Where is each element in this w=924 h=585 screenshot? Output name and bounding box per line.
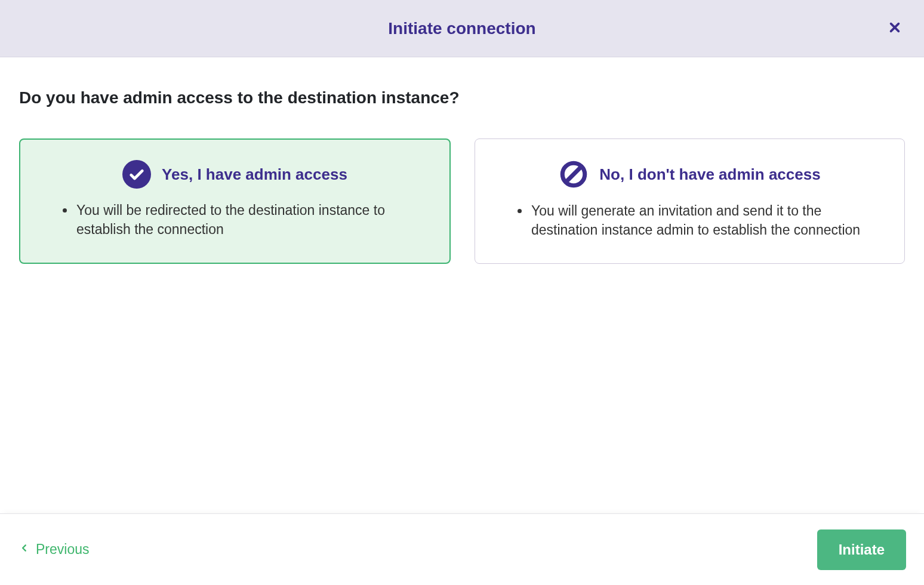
- option-yes-admin[interactable]: Yes, I have admin access You will be red…: [19, 138, 451, 264]
- admin-access-question: Do you have admin access to the destinat…: [19, 88, 905, 107]
- modal-title: Initiate connection: [388, 19, 535, 38]
- option-yes-description: You will be redirected to the destinatio…: [75, 201, 428, 239]
- modal-body: Do you have admin access to the destinat…: [0, 57, 924, 288]
- option-yes-title: Yes, I have admin access: [162, 165, 347, 184]
- option-yes-header: Yes, I have admin access: [42, 160, 428, 189]
- option-yes-description-list: You will be redirected to the destinatio…: [42, 201, 428, 239]
- check-circle-icon: [122, 160, 151, 189]
- option-no-description: You will generate an invitation and send…: [530, 201, 883, 239]
- previous-button[interactable]: Previous: [18, 537, 91, 563]
- modal-footer: Previous Initiate: [0, 513, 924, 585]
- option-no-admin[interactable]: No, I don't have admin access You will g…: [475, 138, 905, 264]
- close-icon: [888, 19, 901, 38]
- svg-line-3: [566, 167, 581, 182]
- option-no-title: No, I don't have admin access: [599, 165, 820, 184]
- modal-header: Initiate connection: [0, 0, 924, 57]
- previous-label: Previous: [36, 541, 89, 558]
- option-no-description-list: You will generate an invitation and send…: [497, 201, 883, 239]
- prohibit-icon: [559, 159, 589, 189]
- chevron-left-icon: [20, 541, 29, 558]
- options-row: Yes, I have admin access You will be red…: [19, 138, 905, 264]
- close-button[interactable]: [883, 17, 906, 41]
- option-no-header: No, I don't have admin access: [497, 159, 883, 189]
- initiate-button[interactable]: Initiate: [817, 529, 906, 570]
